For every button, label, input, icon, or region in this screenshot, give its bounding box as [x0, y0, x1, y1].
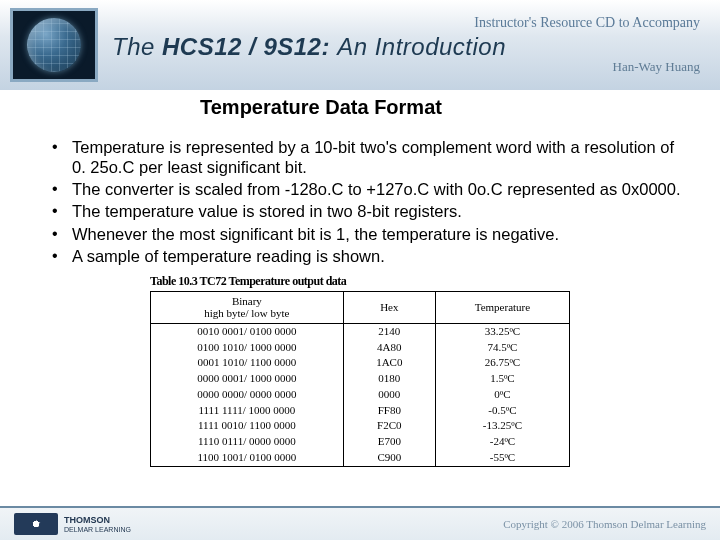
bullet-item: The temperature value is stored in two 8… — [58, 201, 690, 221]
header-title-the: The — [112, 33, 155, 60]
bullet-item: The converter is scaled from -128o.C to … — [58, 179, 690, 199]
bullet-item: Temperature is represented by a 10-bit t… — [58, 137, 690, 177]
bullet-item: A sample of temperature reading is shown… — [58, 246, 690, 266]
header-text-block: Instructor's Resource CD to Accompany Th… — [112, 15, 710, 75]
col-header-binary-l1: Binary — [232, 295, 262, 307]
globe-icon — [27, 18, 81, 72]
slide-header: Instructor's Resource CD to Accompany Th… — [0, 0, 720, 90]
slide-footer: THOMSON DELMAR LEARNING Copyright © 2006… — [0, 506, 720, 540]
bullet-list: Temperature is represented by a 10-bit t… — [30, 137, 690, 266]
slide-content: Temperature Data Format Temperature is r… — [0, 90, 720, 467]
table-row: 1111 1111/ 1000 0000FF80-0.5ºC — [151, 403, 570, 419]
table-row: 1100 1001/ 0100 0000C900-55ºC — [151, 450, 570, 466]
bullet-item: Whenever the most significant bit is 1, … — [58, 224, 690, 244]
table-row: 1111 0010/ 1100 0000F2C0-13.25ºC — [151, 418, 570, 434]
publisher-brand: THOMSON DELMAR LEARNING — [14, 513, 131, 535]
header-title-main: HCS12 / 9S12: — [162, 33, 330, 60]
col-header-binary: Binary high byte/ low byte — [151, 291, 344, 323]
col-header-hex: Hex — [343, 291, 435, 323]
table-row: 0000 0000/ 0000 000000000ºC — [151, 387, 570, 403]
table-row: 0001 1010/ 1100 00001AC026.75ºC — [151, 355, 570, 371]
header-book-title: The HCS12 / 9S12: An Introduction — [112, 33, 710, 61]
thomson-star-icon — [14, 513, 58, 535]
publisher-text: THOMSON DELMAR LEARNING — [64, 516, 131, 533]
table-row: 0100 1010/ 1000 00004A8074.5ºC — [151, 340, 570, 356]
copyright-text: Copyright © 2006 Thomson Delmar Learning — [503, 518, 706, 530]
table-body: 0010 0001/ 0100 0000214033.25ºC 0100 101… — [151, 323, 570, 466]
header-instructors-line: Instructor's Resource CD to Accompany — [112, 15, 710, 31]
table-row: 0010 0001/ 0100 0000214033.25ºC — [151, 323, 570, 339]
table-row: 0000 0001/ 1000 000001801.5ºC — [151, 371, 570, 387]
col-header-temp: Temperature — [435, 291, 569, 323]
table-caption: Table 10.3 TC72 Temperature output data — [150, 274, 570, 289]
table-row: 1110 0111/ 0000 0000E700-24ºC — [151, 434, 570, 450]
publisher-top: THOMSON — [64, 515, 110, 525]
header-author: Han-Way Huang — [112, 59, 710, 75]
table-container: Table 10.3 TC72 Temperature output data … — [150, 274, 570, 467]
slide-title: Temperature Data Format — [200, 96, 690, 119]
publisher-sub: DELMAR LEARNING — [64, 526, 131, 533]
globe-frame — [10, 8, 98, 82]
temperature-table: Binary high byte/ low byte Hex Temperatu… — [150, 291, 570, 467]
header-title-sub: An Introduction — [337, 33, 506, 60]
col-header-binary-l2: high byte/ low byte — [204, 307, 289, 319]
